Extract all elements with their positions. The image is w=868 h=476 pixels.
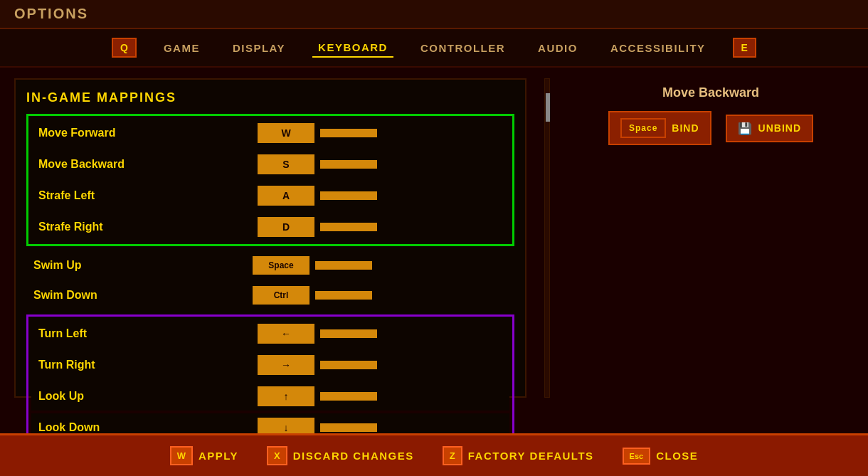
tab-controller[interactable]: CONTROLLER xyxy=(415,39,511,57)
prev-tab-button[interactable]: Q xyxy=(112,38,137,58)
panel-title: IN-GAME MAPPINGS xyxy=(26,90,514,105)
look-group: Turn Left ← Turn Right → Look Up ↑ xyxy=(26,314,514,447)
key-button-primary[interactable]: S xyxy=(258,154,314,174)
nav-tabs: Q GAME DISPLAY KEYBOARD CONTROLLER AUDIO… xyxy=(0,29,868,68)
tab-keyboard[interactable]: KEYBOARD xyxy=(312,38,393,58)
apply-label: APPLY xyxy=(199,450,238,462)
bind-label: BIND xyxy=(672,122,699,134)
title-bar: OPTIONS xyxy=(0,0,868,29)
discard-key: X xyxy=(267,446,287,465)
key-button-secondary[interactable] xyxy=(320,160,377,169)
table-row: Move Backward S xyxy=(31,150,509,179)
space-key-label: Space xyxy=(620,118,666,138)
close-key: Esc xyxy=(623,448,651,465)
key-button-secondary[interactable] xyxy=(320,361,377,369)
main-content: IN-GAME MAPPINGS Move Forward W Move Bac… xyxy=(0,68,868,408)
close-label: CLOSE xyxy=(656,450,698,462)
tab-audio[interactable]: AUDIO xyxy=(532,39,583,57)
apply-button[interactable]: W APPLY xyxy=(170,446,238,465)
scroll-thumb[interactable] xyxy=(546,93,550,122)
key-button-secondary[interactable] xyxy=(315,261,372,270)
table-row: Look Up ↑ xyxy=(31,382,509,411)
table-row: Turn Left ← xyxy=(31,319,509,348)
action-label: Look Up xyxy=(38,390,252,403)
action-label: Swim Up xyxy=(33,259,247,272)
key-button-primary[interactable]: D xyxy=(258,217,314,237)
action-label: Strafe Left xyxy=(38,189,252,202)
key-button-secondary[interactable] xyxy=(320,329,377,338)
table-row: Move Forward W xyxy=(31,119,509,147)
key-button-primary[interactable]: Space xyxy=(253,256,309,275)
page-title: OPTIONS xyxy=(14,6,854,22)
movement-group: Move Forward W Move Backward S Strafe Le… xyxy=(26,114,514,246)
key-button-primary[interactable]: A xyxy=(258,186,314,206)
close-button[interactable]: Esc CLOSE xyxy=(623,448,699,465)
binding-action-title: Move Backward xyxy=(582,85,840,100)
bind-controls: Space BIND 💾 UNBIND xyxy=(582,111,840,145)
factory-label: FACTORY DEFAULTS xyxy=(468,450,594,462)
tab-accessibility[interactable]: ACCESSIBILITY xyxy=(605,39,711,57)
factory-defaults-button[interactable]: Z FACTORY DEFAULTS xyxy=(443,446,594,465)
action-label: Move Forward xyxy=(38,127,252,139)
discard-label: DISCARD CHANGES xyxy=(293,450,414,462)
key-button-primary[interactable]: ← xyxy=(258,324,314,344)
key-button-primary[interactable]: → xyxy=(258,355,314,375)
unbind-button[interactable]: 💾 UNBIND xyxy=(726,115,813,142)
table-row: Swim Down Ctrl xyxy=(26,282,514,309)
key-button-secondary[interactable] xyxy=(320,223,377,231)
action-label: Look Down xyxy=(38,421,252,434)
key-button-primary[interactable]: Ctrl xyxy=(253,286,309,305)
apply-key: W xyxy=(170,446,193,465)
factory-key: Z xyxy=(443,446,462,465)
action-label: Move Backward xyxy=(38,158,252,171)
key-button-secondary[interactable] xyxy=(320,392,377,401)
table-row: Swim Up Space xyxy=(26,252,514,279)
key-button-secondary[interactable] xyxy=(320,423,377,432)
discard-button[interactable]: X DISCARD CHANGES xyxy=(267,446,414,465)
action-label: Turn Left xyxy=(38,327,252,340)
key-button-primary[interactable]: W xyxy=(258,123,314,143)
table-row: Strafe Left A xyxy=(31,181,509,210)
key-button-secondary[interactable] xyxy=(320,191,377,200)
action-label: Swim Down xyxy=(33,289,247,302)
action-label: Strafe Right xyxy=(38,221,252,233)
unbind-label: UNBIND xyxy=(758,122,801,134)
next-tab-button[interactable]: E xyxy=(733,38,756,58)
key-button-secondary[interactable] xyxy=(320,129,377,137)
bind-button[interactable]: Space BIND xyxy=(608,111,711,145)
right-panel: Move Backward Space BIND 💾 UNBIND xyxy=(568,78,854,398)
tab-display[interactable]: DISPLAY xyxy=(227,39,291,57)
unbind-icon: 💾 xyxy=(738,122,753,135)
mappings-list: Move Forward W Move Backward S Strafe Le… xyxy=(26,114,514,467)
footer: W APPLY X DISCARD CHANGES Z FACTORY DEFA… xyxy=(0,433,868,476)
action-label: Turn Right xyxy=(38,359,252,371)
left-panel: IN-GAME MAPPINGS Move Forward W Move Bac… xyxy=(14,78,526,398)
scrollbar[interactable] xyxy=(544,78,550,398)
tab-game[interactable]: GAME xyxy=(158,39,206,57)
key-button-primary[interactable]: ↑ xyxy=(258,386,314,406)
key-button-secondary[interactable] xyxy=(315,291,372,300)
table-row: Turn Right → xyxy=(31,351,509,379)
table-row: Strafe Right D xyxy=(31,213,509,241)
